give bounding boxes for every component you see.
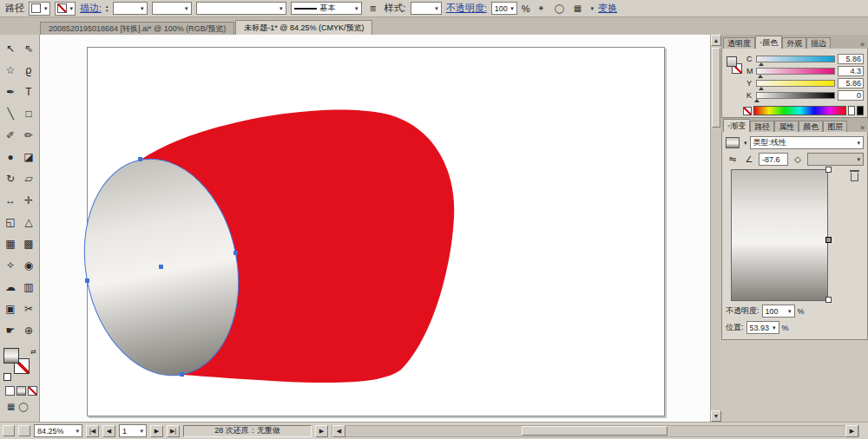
channel-value-input[interactable]: 4.3 <box>838 66 864 76</box>
free-transform-tool[interactable]: ✛ <box>20 189 38 211</box>
artwork-layer[interactable] <box>40 35 710 422</box>
reverse-gradient-icon[interactable]: ⇋ <box>726 153 740 166</box>
type-tool[interactable]: T <box>20 81 38 102</box>
panel-tab[interactable]: ◦渐变 <box>723 119 750 132</box>
scroll-up-icon[interactable]: ▲ <box>711 35 721 46</box>
width-tool[interactable]: ↔ <box>2 189 20 211</box>
eyedropper-tool[interactable]: ✧ <box>2 254 20 276</box>
stroke-options-combo[interactable]: ▾ <box>152 2 192 15</box>
panel-overflow-button[interactable]: » <box>857 40 868 49</box>
rotate-tool[interactable]: ↻ <box>2 167 20 189</box>
channel-value-input[interactable]: 5.86 <box>838 78 864 88</box>
channel-value-input[interactable]: 0 <box>838 90 864 101</box>
canvas-area[interactable] <box>40 35 710 422</box>
scale-tool[interactable]: ▱ <box>20 167 38 189</box>
rectangle-tool[interactable]: □ <box>20 102 38 124</box>
slider-thumb[interactable] <box>759 62 764 66</box>
eraser-tool[interactable]: ◪ <box>20 146 38 167</box>
fill-swatch[interactable] <box>3 348 19 364</box>
status-next-icon[interactable]: ▶ <box>315 425 328 437</box>
opacity-input[interactable]: 100▾ <box>491 2 517 15</box>
gradient-type-combo[interactable]: 类型:线性 ▾ <box>750 136 864 149</box>
last-artboard-button[interactable]: ▶| <box>167 425 180 437</box>
gradient-stop[interactable] <box>825 167 832 173</box>
scroll-left-icon[interactable]: ◀ <box>332 425 345 437</box>
artboard-number-combo[interactable]: 1▾ <box>119 424 147 437</box>
color-button[interactable] <box>5 386 15 396</box>
status-misc-button-2[interactable] <box>18 425 30 436</box>
stroke-weight-combo[interactable]: ▾ <box>113 2 148 15</box>
perspective-grid-tool[interactable]: △ <box>20 211 38 233</box>
blob-brush-tool[interactable]: ● <box>2 146 20 167</box>
horizontal-scroll-thumb[interactable] <box>522 426 667 436</box>
next-artboard-button[interactable]: ▶ <box>150 425 163 437</box>
white-swatch[interactable] <box>848 106 855 115</box>
none-button[interactable] <box>28 386 37 396</box>
pencil-tool[interactable]: ✏ <box>20 124 38 146</box>
transform-panel-link[interactable]: 变换 <box>598 2 617 15</box>
fill-color-well[interactable]: ▾ <box>29 2 50 16</box>
channel-value-input[interactable]: 5.86 <box>838 54 864 64</box>
swap-fill-stroke-icon[interactable]: ⇄ <box>30 348 36 356</box>
slider-thumb[interactable] <box>759 87 764 90</box>
stroke-panel-icon[interactable]: ≣ <box>366 2 380 15</box>
gradient-angle-input[interactable]: -87.6 <box>759 153 788 166</box>
align-options-icon[interactable]: ▦ <box>571 2 585 15</box>
opacity-panel-link[interactable]: 不透明度: <box>446 2 487 15</box>
screen-mode-button[interactable]: ◯ <box>18 402 28 411</box>
vertical-scroll-thumb[interactable] <box>712 48 720 128</box>
document-tab[interactable]: 2008520195018684 [转换].ai* @ 100% (RGB/预览… <box>40 22 234 35</box>
panel-tab[interactable]: 属性 <box>774 121 799 132</box>
panel-tab[interactable]: 描边 <box>806 37 831 49</box>
gradient-stop[interactable] <box>825 237 832 243</box>
paintbrush-tool[interactable]: ✐ <box>2 124 20 146</box>
status-misc-button-1[interactable] <box>3 425 15 436</box>
direct-selection-tool[interactable]: ⇖ <box>20 37 38 59</box>
gradient-tool[interactable]: ▩ <box>20 233 38 254</box>
vertical-scroll-track[interactable] <box>711 129 721 410</box>
magic-wand-tool[interactable]: ☆ <box>2 59 20 81</box>
gradient-slider[interactable] <box>731 169 828 301</box>
panel-tab[interactable]: 颜色 <box>799 121 823 132</box>
default-fill-stroke-icon[interactable] <box>3 373 11 381</box>
color-slider[interactable] <box>756 68 835 75</box>
stroke-panel-link[interactable]: 描边: <box>80 2 102 15</box>
horizontal-scrollbar[interactable]: ◀ ▶ <box>332 425 859 437</box>
line-segment-tool[interactable]: ╲ <box>2 102 20 124</box>
prev-artboard-button[interactable]: ◀ <box>102 425 115 437</box>
panel-tab[interactable]: 路径 <box>750 121 774 132</box>
color-slider[interactable] <box>756 92 835 99</box>
gradient-stop[interactable] <box>825 297 832 303</box>
blend-tool[interactable]: ◉ <box>20 254 38 276</box>
vertical-scrollbar[interactable]: ▲ ▼ <box>710 35 721 422</box>
shape-builder-tool[interactable]: ◱ <box>2 211 20 233</box>
color-spectrum[interactable] <box>753 106 846 115</box>
gradient-swatch[interactable] <box>726 137 740 148</box>
color-slider[interactable] <box>756 56 835 62</box>
slice-tool[interactable]: ✂ <box>20 298 38 319</box>
column-graph-tool[interactable]: ▥ <box>20 276 38 298</box>
selection-tool[interactable]: ↖ <box>2 37 20 59</box>
zoom-tool[interactable]: ⊕ <box>20 319 38 341</box>
width-profile-combo[interactable]: ▾ <box>196 2 286 15</box>
mesh-tool[interactable]: ▦ <box>2 233 20 254</box>
document-tab[interactable]: 未标题-1* @ 84.25% (CMYK/预览) <box>235 20 372 35</box>
gradient-position-input[interactable]: 53.93▾ <box>746 321 779 334</box>
recolor-artwork-icon[interactable]: ✴ <box>535 2 549 15</box>
shape-mode-icon[interactable]: ◯ <box>553 2 567 15</box>
slider-thumb[interactable] <box>758 75 763 78</box>
artboard-tool[interactable]: ▣ <box>2 298 20 319</box>
panel-fill-swatch[interactable] <box>727 56 737 67</box>
hand-tool[interactable]: ☛ <box>2 319 20 341</box>
panel-tab[interactable]: 透明度 <box>723 37 755 49</box>
graphic-style-combo[interactable]: ▾ <box>411 2 442 15</box>
panel-tab[interactable]: 图层 <box>823 121 847 132</box>
color-slider[interactable] <box>756 80 835 87</box>
delete-stop-icon[interactable] <box>851 173 858 181</box>
lasso-tool[interactable]: ϱ <box>20 59 38 81</box>
panel-overflow-button[interactable]: » <box>857 123 868 132</box>
drawing-mode-button[interactable]: ▦ <box>7 402 15 411</box>
gradient-opacity-input[interactable]: 100▾ <box>762 305 795 318</box>
stroke-weight-stepper[interactable]: ▴ ▾ <box>106 4 108 13</box>
gradient-button[interactable] <box>16 386 26 396</box>
